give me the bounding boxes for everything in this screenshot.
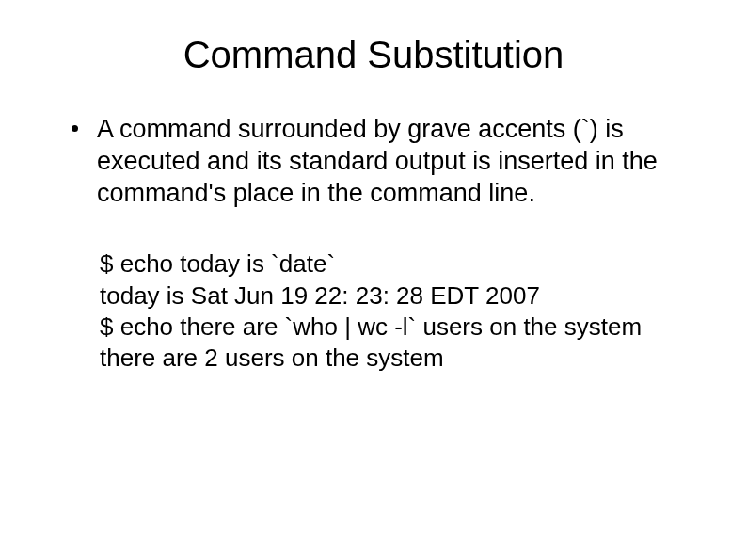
example-line-1: $ echo today is `date` bbox=[100, 248, 691, 280]
bullet-item: A command surrounded by grave accents (`… bbox=[72, 114, 691, 209]
bullet-text: A command surrounded by grave accents (`… bbox=[97, 114, 680, 209]
example-block: $ echo today is `date` today is Sat Jun … bbox=[100, 248, 691, 374]
bullet-icon bbox=[72, 125, 78, 132]
slide: Command Substitution A command surrounde… bbox=[0, 0, 747, 560]
example-line-4: there are 2 users on the system bbox=[100, 343, 691, 374]
example-line-2: today is Sat Jun 19 22: 23: 28 EDT 2007 bbox=[100, 280, 691, 312]
example-line-3: $ echo there are `who | wc -l` users on … bbox=[100, 312, 691, 343]
slide-title: Command Substitution bbox=[56, 34, 691, 76]
